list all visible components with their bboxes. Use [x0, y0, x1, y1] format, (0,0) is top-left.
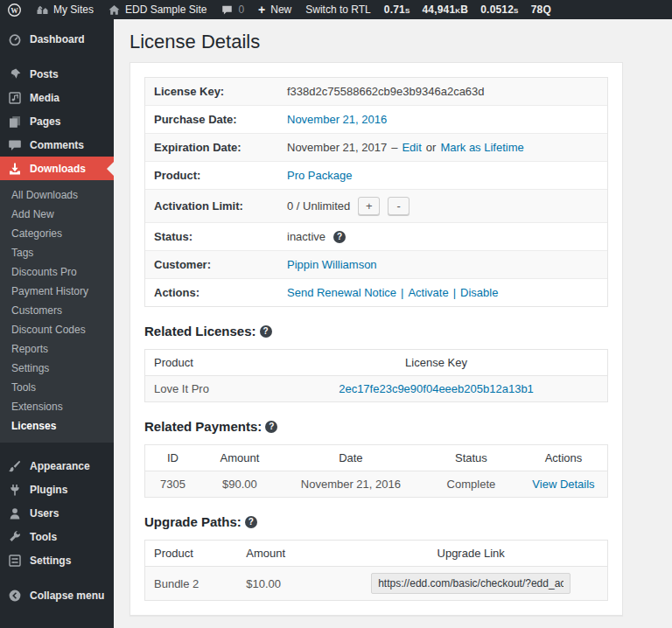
sidebar-item-users[interactable]: Users: [0, 501, 114, 525]
switch-to-rtl-link[interactable]: Switch to RTL: [298, 0, 377, 19]
send-renewal-notice-link[interactable]: Send Renewal Notice: [287, 286, 396, 299]
site-name-menu[interactable]: EDD Sample Site: [101, 0, 214, 19]
pages-icon: [8, 115, 22, 129]
download-icon: [8, 162, 22, 176]
view-details-link[interactable]: View Details: [532, 478, 594, 491]
sidebar-item-label: Media: [30, 92, 60, 104]
expiration-date-label: Expiration Date:: [154, 141, 287, 154]
payment-amount: $90.00: [200, 471, 279, 498]
sidebar-item-downloads[interactable]: Downloads: [0, 157, 114, 180]
menu-separator: [0, 443, 114, 454]
user-icon: [8, 506, 22, 520]
sidebar-item-reports[interactable]: Reports: [0, 339, 114, 359]
plus-icon: +: [258, 3, 265, 16]
help-icon[interactable]: ?: [333, 231, 346, 243]
upgrade-paths-table: Product Amount Upgrade Link Bundle 2 $10…: [144, 540, 608, 601]
page-title: License Details: [130, 31, 672, 53]
disable-link[interactable]: Disable: [460, 286, 498, 299]
upgrade-link-input[interactable]: [371, 573, 570, 594]
query-monitor-stats: 0.71s 44,941kB 0.0512s 78Q: [378, 3, 557, 16]
sidebar-item-discounts-pro[interactable]: Discounts Pro: [0, 262, 114, 282]
pushpin-icon: [8, 67, 22, 81]
upgrade-product: Bundle 2: [145, 567, 238, 601]
increase-limit-button[interactable]: +: [358, 197, 380, 215]
wordpress-logo-menu[interactable]: W: [0, 0, 29, 19]
sidebar-item-label: Tools: [30, 531, 57, 543]
payment-status: Complete: [423, 471, 520, 498]
sidebar-item-media[interactable]: Media: [0, 86, 114, 109]
customer-link[interactable]: Pippin Williamson: [287, 258, 377, 271]
purchase-date-row: Purchase Date: November 21, 2016: [145, 106, 607, 134]
sidebar-item-extensions[interactable]: Extensions: [0, 397, 114, 416]
sidebar-item-tags[interactable]: Tags: [0, 243, 114, 262]
sidebar-item-customers[interactable]: Customers: [0, 301, 114, 320]
decrease-limit-button[interactable]: -: [388, 197, 410, 215]
sidebar-item-categories[interactable]: Categories: [0, 224, 114, 243]
my-sites-menu[interactable]: My Sites: [29, 0, 101, 19]
brush-icon: [8, 459, 22, 473]
related-payments-title: Related Payments:: [144, 419, 262, 434]
mark-as-lifetime-link[interactable]: Mark as Lifetime: [440, 141, 523, 154]
qm-query-count[interactable]: 78Q: [525, 3, 557, 16]
payment-date: November 21, 2016: [279, 471, 423, 498]
sidebar-item-label: Pages: [30, 115, 60, 128]
status-row: Status: inactive ?: [145, 223, 607, 251]
sidebar-item-tools[interactable]: Tools: [0, 525, 114, 548]
license-key-row: License Key: f338d2c75588662cb9e3b9346a2…: [145, 78, 607, 106]
column-actions: Actions: [520, 445, 608, 471]
sidebar-item-appearance[interactable]: Appearance: [0, 454, 114, 478]
purchase-date-link[interactable]: November 21, 2016: [287, 113, 387, 126]
comments-menu[interactable]: 0: [214, 0, 251, 19]
svg-text:W: W: [10, 5, 18, 14]
sidebar-item-licenses[interactable]: Licenses: [0, 416, 114, 436]
wrench-icon: [8, 530, 22, 544]
column-date: Date: [279, 445, 423, 471]
sidebar-item-comments[interactable]: Comments: [0, 133, 114, 157]
current-menu-arrow: [100, 162, 114, 176]
help-icon[interactable]: ?: [265, 421, 277, 433]
help-icon[interactable]: ?: [260, 325, 272, 338]
qm-memory[interactable]: 44,941kB: [416, 3, 474, 16]
upgrade-paths-heading: Upgrade Paths: ?: [144, 514, 608, 529]
comments-count: 0: [238, 3, 244, 16]
comment-bubble-icon: [220, 3, 234, 17]
column-amount: Amount: [200, 445, 279, 471]
comments-icon: [8, 138, 22, 152]
sidebar-item-label: Downloads: [30, 163, 86, 175]
sidebar-item-dashboard[interactable]: Dashboard: [0, 27, 114, 51]
sidebar-item-payment-history[interactable]: Payment History: [0, 282, 114, 301]
new-content-menu[interactable]: + New: [251, 0, 298, 19]
qm-query-time[interactable]: 0.0512s: [474, 3, 524, 16]
qm-page-time[interactable]: 0.71s: [378, 3, 416, 16]
activate-link[interactable]: Activate: [408, 286, 448, 299]
sidebar-item-posts[interactable]: Posts: [0, 62, 114, 86]
settings-icon: [8, 554, 22, 568]
sidebar-item-plugins[interactable]: Plugins: [0, 478, 114, 501]
product-link[interactable]: Pro Package: [287, 169, 352, 182]
collapse-menu-button[interactable]: Collapse menu: [0, 583, 114, 607]
activation-limit-row: Activation Limit: 0 / Unlimited + -: [145, 190, 607, 223]
wordpress-admin-page: W My Sites EDD Sample Site 0 + New Swi: [0, 0, 672, 628]
related-license-key-link[interactable]: 2ec17fe23c9e90f04eeeb205b12a13b1: [339, 382, 534, 395]
related-payments-heading: Related Payments: ?: [144, 419, 608, 434]
upgrade-amount: $10.00: [237, 567, 334, 601]
sidebar-item-pages[interactable]: Pages: [0, 109, 114, 133]
sidebar-item-settings[interactable]: Settings: [0, 359, 114, 378]
sidebar-item-discount-codes[interactable]: Discount Codes: [0, 320, 114, 339]
help-icon[interactable]: ?: [245, 516, 257, 528]
site-name-label: EDD Sample Site: [125, 3, 206, 16]
sidebar-item-label: Collapse menu: [30, 590, 104, 602]
sidebar-item-all-downloads[interactable]: All Downloads: [0, 185, 114, 205]
sidebar-item-tools[interactable]: Tools: [0, 378, 114, 397]
admin-sidebar: Dashboard Posts Media Pages Comments: [0, 19, 114, 628]
actions-label: Actions:: [154, 286, 287, 299]
sidebar-item-settings[interactable]: Settings: [0, 548, 114, 572]
license-key-label: License Key:: [154, 85, 287, 98]
related-licenses-heading: Related Licenses: ?: [144, 324, 608, 338]
sidebar-item-add-new[interactable]: Add New: [0, 205, 114, 224]
column-product: Product: [145, 541, 238, 567]
admin-bar: W My Sites EDD Sample Site 0 + New Swi: [0, 0, 672, 19]
edit-expiration-link[interactable]: Edit: [402, 141, 421, 154]
media-icon: [8, 91, 22, 105]
table-header-row: Product License Key: [145, 350, 608, 376]
